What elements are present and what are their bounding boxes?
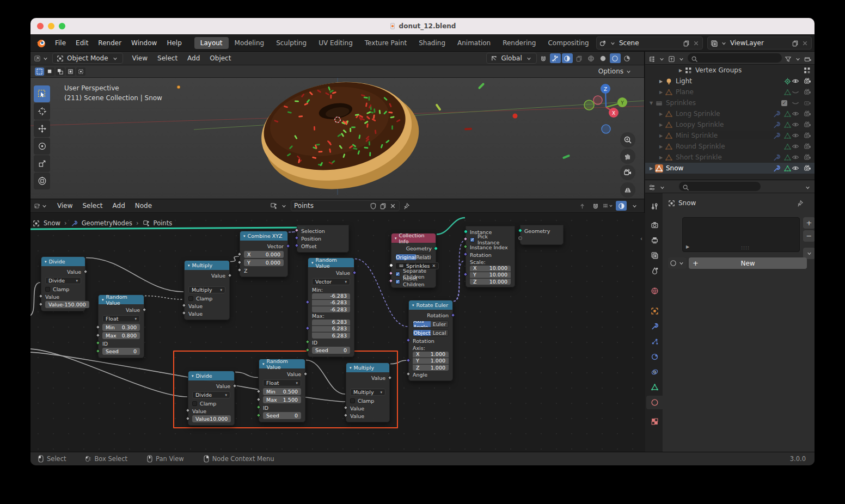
shading-solid[interactable] xyxy=(598,53,609,63)
node-row-drop[interactable]: Float▾ xyxy=(259,378,305,388)
workspace-tab-compositing[interactable]: Compositing xyxy=(542,37,595,49)
properties-tab-render[interactable] xyxy=(646,218,663,232)
minimize-window-button[interactable] xyxy=(48,23,54,29)
eyeclosed-icon[interactable] xyxy=(792,99,799,107)
breadcrumb-points[interactable]: Points xyxy=(154,219,173,227)
node-header[interactable]: ▾Rotate Euler xyxy=(409,300,452,310)
display-mode-icon[interactable] xyxy=(668,54,675,62)
collapse-node-icon[interactable]: ▾ xyxy=(412,303,414,308)
shading-wireframe[interactable] xyxy=(586,53,597,63)
outliner-item-light[interactable]: ▶Light xyxy=(645,76,815,87)
node-checkbox[interactable] xyxy=(45,287,50,292)
gizmos-toggle[interactable] xyxy=(550,53,561,63)
collection-checkbox[interactable]: ✓ xyxy=(781,100,787,106)
node-row-field[interactable]: X0.000 xyxy=(240,250,287,259)
collapse-node-icon[interactable]: ▾ xyxy=(262,362,265,366)
expand-arrow-icon[interactable]: ▶ xyxy=(658,122,664,127)
node-row-field[interactable]: Seed0 xyxy=(259,411,305,420)
node-row-in[interactable]: Z xyxy=(240,267,287,274)
node-header[interactable]: ▾Multiply xyxy=(346,363,389,372)
node-row-in[interactable]: Angle xyxy=(409,371,452,378)
shading-material[interactable] xyxy=(610,53,621,63)
node-random-value[interactable]: ▾Random ValueValueFloat▾Min0.500Max1.500… xyxy=(259,359,305,422)
segmented-buttons[interactable]: OriginalRelative xyxy=(395,254,432,261)
fake-user-icon[interactable] xyxy=(370,202,377,210)
vector-field[interactable]: 6.283 xyxy=(312,319,350,325)
tool-transform[interactable] xyxy=(34,173,50,189)
filter-icon[interactable] xyxy=(785,54,792,62)
node-group-name[interactable]: Points xyxy=(294,202,367,210)
node-collection-info[interactable]: ▾Collection InfoGeometryOriginalRelative… xyxy=(391,233,436,288)
properties-tab-object[interactable] xyxy=(646,304,663,318)
node-row-drop[interactable]: Multiply▾ xyxy=(346,388,389,397)
new-collection-icon[interactable] xyxy=(804,54,811,62)
snap-node-settings[interactable] xyxy=(603,201,614,211)
add-slot-button[interactable]: + xyxy=(803,217,815,229)
workspace-tab-shading[interactable]: Shading xyxy=(413,37,451,49)
node-row-check[interactable]: Clamp xyxy=(185,294,229,302)
node-row-field[interactable]: Value-150.000 xyxy=(41,300,85,309)
node-row-vec[interactable]: Y10.000 xyxy=(466,272,515,278)
vector-field[interactable]: Y1.000 xyxy=(413,358,449,364)
node-row-field[interactable]: Min0.500 xyxy=(259,388,305,396)
node-canvas[interactable]: Snow›GeometryNodes›Points ‹ ▾DivideValue… xyxy=(30,213,645,452)
transform-orientation[interactable]: Global xyxy=(486,53,536,64)
expand-arrow-icon[interactable]: ▶ xyxy=(658,133,664,138)
outliner-item-plane[interactable]: ▶Plane xyxy=(645,87,815,97)
node-row-out[interactable]: Vector xyxy=(240,242,287,250)
node-row-out[interactable]: Value xyxy=(259,370,305,378)
tool-scale[interactable] xyxy=(34,155,50,172)
node-dropdown[interactable]: Float▾ xyxy=(102,315,140,322)
segment-euler[interactable]: Euler xyxy=(431,321,448,327)
collapse-node-icon[interactable]: ▾ xyxy=(102,298,104,302)
outliner-item-loopy-sprinkle[interactable]: ▶Loopy Sprinkle xyxy=(645,119,815,130)
tool-select-box[interactable] xyxy=(34,85,50,102)
socket-empty[interactable] xyxy=(518,236,522,240)
node-row-in[interactable]: Geometry xyxy=(521,227,563,235)
properties-tab-world[interactable] xyxy=(646,284,663,298)
properties-tab-data[interactable] xyxy=(646,380,663,394)
node-checkbox[interactable] xyxy=(350,398,355,403)
camera-icon[interactable] xyxy=(804,132,811,139)
eye-icon[interactable] xyxy=(792,143,799,150)
properties-tab-constraints[interactable] xyxy=(646,365,663,379)
node-row-field[interactable]: Min0.300 xyxy=(99,323,144,331)
node-header[interactable]: ▾Random Value xyxy=(308,258,354,267)
node-menu-select[interactable]: Select xyxy=(77,200,107,211)
value-field[interactable]: Seed0 xyxy=(102,348,140,355)
workspace-tab-layout[interactable]: Layout xyxy=(194,37,229,49)
node-row-check[interactable]: Clamp xyxy=(188,399,234,407)
node-row-vec[interactable]: Y1.000 xyxy=(409,358,452,364)
node-overlays-toggle[interactable] xyxy=(616,201,627,211)
expand-arrow-icon[interactable]: ▶ xyxy=(658,112,664,116)
camera-icon[interactable] xyxy=(804,153,811,161)
pan-view-button[interactable] xyxy=(620,149,635,164)
value-field[interactable]: Max0.800 xyxy=(102,332,140,339)
node-row-drop[interactable]: Float▾ xyxy=(99,314,144,323)
value-field[interactable]: Seed0 xyxy=(312,347,350,354)
node-row-out[interactable]: Value xyxy=(41,268,85,276)
value-field[interactable]: Min0.500 xyxy=(263,388,301,395)
node-row-btns[interactable]: Axis AngleEuler xyxy=(409,319,452,328)
eye-icon[interactable] xyxy=(792,164,799,172)
node-row-out[interactable]: Value xyxy=(185,272,229,280)
expand-arrow-icon[interactable]: ▶ xyxy=(658,90,664,95)
node-groupout[interactable]: Geometry xyxy=(520,225,564,245)
tool-move[interactable] xyxy=(34,120,50,137)
node-instance[interactable]: Instance✓Pick InstanceInstance IndexRota… xyxy=(466,226,515,287)
node-row-in[interactable]: Position xyxy=(297,235,348,242)
zoom-window-button[interactable] xyxy=(59,23,65,29)
node-combine-xyz[interactable]: ▾Combine XYZVectorX0.000Y0.000Z xyxy=(240,231,288,277)
pin-icon[interactable] xyxy=(403,202,410,210)
resize-grip-icon[interactable]: :::: xyxy=(741,245,750,250)
value-field[interactable]: Value-150.000 xyxy=(45,301,89,308)
outliner-item-snow[interactable]: ▶Snow xyxy=(645,163,815,174)
camera-icon[interactable] xyxy=(804,164,811,172)
eye-icon[interactable] xyxy=(792,110,799,118)
node-header[interactable]: ▾Collection Info xyxy=(391,233,436,243)
go-to-parent-button[interactable] xyxy=(577,201,587,211)
properties-tab-output[interactable] xyxy=(646,233,663,247)
node-setpos[interactable]: SelectionPositionOffset xyxy=(297,225,349,253)
vector-field[interactable]: Y10.000 xyxy=(470,272,511,278)
vector-field[interactable]: -6.283 xyxy=(312,306,350,312)
